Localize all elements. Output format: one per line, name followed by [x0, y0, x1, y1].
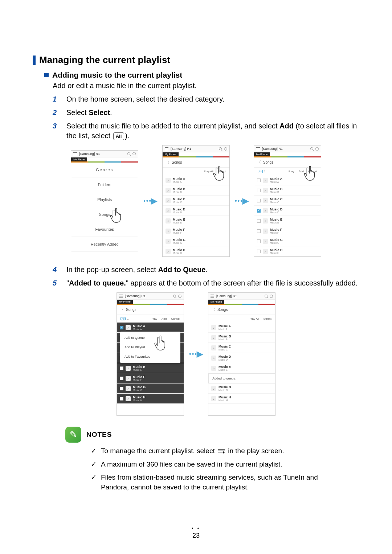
song-row: ♪Music EMusic E [254, 216, 321, 226]
step-number: 5 [53, 278, 66, 288]
song-row: ♪Music GMusic G [163, 236, 229, 246]
checkbox-icon [120, 326, 123, 329]
step-number: 3 [53, 121, 66, 141]
song-text: Music FMusic F [133, 375, 145, 381]
t: . [205, 266, 208, 274]
search-icon [127, 152, 130, 155]
music-note-icon: ♪ [263, 239, 268, 244]
song-text: Music HMusic H [133, 395, 146, 402]
song-text: Music HMusic H [270, 248, 283, 254]
step-text: Select Select. [66, 108, 359, 118]
music-note-icon: ♪ [263, 218, 268, 223]
menu-icon [119, 295, 123, 297]
song-text: Music DMusic D [270, 208, 283, 214]
music-note-icon: ♪ [211, 356, 216, 361]
screenshot-row-1: [Samsung] R1 My Phone Genres Folders Pla… [33, 145, 359, 257]
song-row: ♪Music AMusic A [163, 175, 229, 185]
device-title: [Samsung] R1 [171, 147, 191, 151]
page-footer: • • 23 [0, 526, 392, 539]
song-row: ♪Music EMusic E [163, 216, 229, 226]
song-row: ♪Music FMusic F [254, 226, 321, 236]
music-note-icon: ♪ [166, 198, 171, 203]
category-ghost: Genres [71, 163, 138, 177]
crumb: Songs [126, 308, 136, 312]
song-row: ♪Music HMusic H [208, 394, 275, 404]
song-row: ♪Music DMusic D [163, 206, 229, 216]
menu-icon [165, 147, 168, 150]
menu-icon [256, 147, 260, 150]
music-note-icon: ♪ [166, 218, 171, 223]
play-action: Play [289, 170, 294, 173]
song-text: Music BMusic B [173, 187, 185, 193]
song-text: Music AMusic A [133, 324, 145, 331]
t: " appears at the bottom of the screen af… [126, 279, 358, 287]
song-text: Music GMusic G [173, 238, 185, 244]
song-row: ♪Music AMusic A [254, 175, 321, 185]
step-list-2: 4 In the pop-up screen, select Add to Qu… [53, 265, 359, 288]
back-chevron-icon: 〈 [120, 307, 124, 312]
music-note-icon: ♪ [166, 208, 171, 213]
note-text: To manage the current playlist, select i… [101, 446, 284, 456]
device-title: [Samsung] R1 [216, 294, 237, 298]
gear-icon [315, 147, 319, 151]
screenshot-row-2: [Samsung] R1 My Phone 〈Songs All1 Play A… [33, 292, 359, 416]
song-text: Music DMusic D [219, 355, 231, 361]
source-tab: My Phone [117, 300, 133, 304]
music-note-icon: ♪ [211, 325, 216, 330]
song-row: ♪Music AMusic A [208, 323, 275, 333]
song-text: Music EMusic E [173, 218, 185, 224]
popup-add-queue: Add to Queue [120, 333, 180, 342]
t: Select the music file to be added to the… [66, 122, 279, 130]
song-row: ♪Music FMusic F [117, 373, 184, 383]
song-row: ♪Music GMusic G [208, 383, 275, 394]
notes-heading: ✎ NOTES [65, 427, 359, 443]
queue-list-icon [218, 449, 225, 454]
t: In the pop-up screen, select [66, 266, 158, 274]
play-action: Play [151, 317, 157, 320]
back-chevron-icon: 〈 [166, 160, 170, 165]
song-text: Music EMusic E [133, 365, 145, 371]
music-note-icon: ♪ [211, 386, 216, 391]
song-text: Music CMusic C [173, 197, 185, 204]
phone-mock-toast: [Samsung] R1 My Phone 〈Songs Play All Se… [208, 292, 275, 416]
song-text: Music BMusic B [219, 335, 231, 341]
add-action: Add [162, 317, 167, 320]
step-number: 1 [53, 94, 66, 104]
search-icon [219, 147, 222, 150]
check-icon: ✓ [91, 473, 97, 492]
t: Add [279, 122, 294, 130]
checkbox-icon [257, 229, 261, 233]
popup-add-playlist: Add to Playlist [120, 342, 180, 352]
search-icon [265, 295, 268, 297]
gear-icon [270, 295, 273, 298]
add-action: Add [299, 170, 304, 173]
notes-icon: ✎ [65, 427, 81, 443]
source-tab: My Phone [208, 300, 224, 304]
note-item: ✓ To manage the current playlist, select… [91, 446, 327, 456]
song-text: Music FMusic F [270, 228, 282, 234]
category-item: Favourites [71, 222, 138, 237]
checkbox-icon [120, 377, 123, 380]
step-text: On the home screen, select the desired c… [66, 94, 359, 104]
crumb: Songs [217, 308, 228, 312]
search-icon [173, 295, 176, 297]
note-text: A maximum of 360 files can be saved in t… [101, 460, 282, 469]
checkbox-icon [120, 387, 123, 390]
step-1: 1 On the home screen, select the desired… [53, 94, 359, 104]
checkbox-icon [257, 250, 261, 253]
song-text: Music AMusic A [219, 324, 231, 331]
device-title: [Samsung] R1 [125, 294, 146, 298]
page-dots: • • [0, 526, 392, 531]
song-text: Music GMusic G [270, 238, 283, 244]
section-heading: Managing the current playlist [33, 54, 359, 66]
song-row: ♪Music HMusic H [254, 246, 321, 257]
song-text: Music AMusic A [270, 177, 282, 183]
phone-mock-songs: [Samsung] R1 My Phone 〈Songs Play All Se… [162, 145, 230, 257]
song-row: ♪Music BMusic B [208, 333, 275, 343]
step-list: 1 On the home screen, select the desired… [53, 94, 359, 141]
t: Add to Queue [158, 266, 205, 274]
step-4: 4 In the pop-up screen, select Add to Qu… [53, 265, 359, 275]
h2-text: Adding music to the current playlist [52, 71, 182, 79]
song-row: ♪Music HMusic H [117, 394, 184, 404]
music-note-icon: ♪ [126, 376, 131, 381]
